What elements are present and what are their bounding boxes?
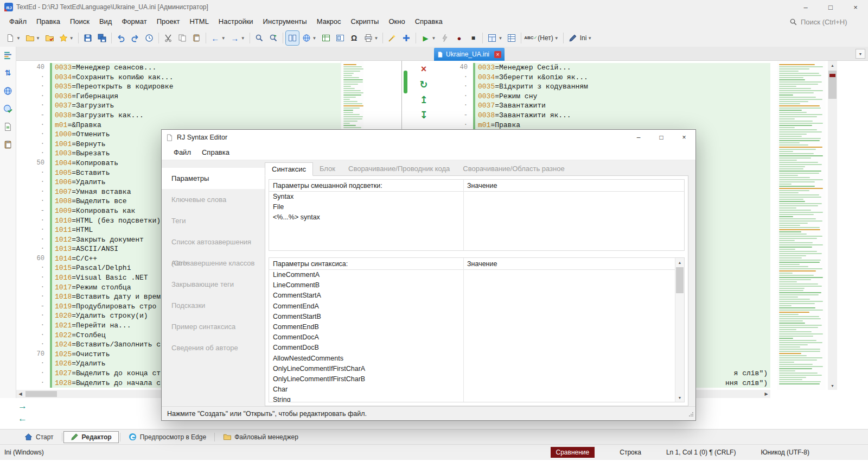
code-line[interactable]: ·0035=Відкрити з кодуванням bbox=[445, 82, 770, 92]
dialog-nav-item-4[interactable]: Автозавершение классов bbox=[162, 253, 265, 274]
next-difference-button[interactable]: ↧ bbox=[416, 108, 432, 122]
menu-item-7[interactable]: Настройки bbox=[214, 14, 258, 29]
table-scrollbar[interactable]: ▲ ▼ bbox=[675, 258, 684, 402]
compare-mode-badge[interactable]: Сравнение bbox=[551, 447, 595, 458]
navigate-forward-button[interactable]: →▼ bbox=[228, 31, 247, 45]
dialog-nav-item-6[interactable]: Подсказки bbox=[162, 295, 265, 316]
favorites-button[interactable]: ▼ bbox=[57, 31, 75, 45]
table-row[interactable]: CommentEndB bbox=[269, 322, 684, 332]
dialog-tab-0[interactable]: Синтаксис bbox=[265, 162, 313, 176]
resize-grip[interactable] bbox=[688, 411, 694, 419]
undo-button[interactable] bbox=[114, 31, 127, 45]
table-row[interactable]: <%...%> syntax bbox=[269, 212, 684, 223]
caret-position-indicator[interactable]: Ln 1, Col 1 (0) ¶ (CRLF) bbox=[666, 449, 736, 456]
menu-item-6[interactable]: HTML bbox=[184, 14, 213, 29]
organizer-icon[interactable] bbox=[3, 50, 13, 60]
row-mode-indicator[interactable]: Строка bbox=[620, 449, 641, 456]
compare-files-icon[interactable]: ⇅ bbox=[3, 68, 13, 78]
save-all-button[interactable] bbox=[95, 31, 108, 45]
frames-button[interactable] bbox=[320, 31, 333, 45]
wizard-button[interactable] bbox=[386, 31, 399, 45]
menu-item-8[interactable]: Инструменты bbox=[258, 14, 312, 29]
search-input[interactable] bbox=[801, 18, 860, 26]
dialog-tab-3[interactable]: Сворачивание/Область разное bbox=[456, 162, 571, 175]
dialog-nav-item-1[interactable]: Ключевые слова bbox=[162, 189, 265, 210]
table-row[interactable]: LineCommentA bbox=[269, 270, 684, 280]
save-button[interactable] bbox=[81, 31, 94, 45]
scroll-down-icon[interactable]: ▼ bbox=[675, 393, 684, 402]
dialog-nav-item-0[interactable]: Параметры bbox=[162, 168, 265, 189]
record-macro-button[interactable]: ● bbox=[452, 31, 465, 45]
menu-item-1[interactable]: Правка bbox=[31, 14, 65, 29]
copy-button[interactable] bbox=[176, 31, 189, 45]
dialog-maximize-button[interactable]: □ bbox=[650, 130, 673, 145]
add-tool-button[interactable] bbox=[400, 31, 413, 45]
table-row[interactable]: File bbox=[269, 202, 684, 212]
hscrollbar-thumb[interactable] bbox=[25, 391, 57, 397]
close-compare-button[interactable]: × bbox=[416, 62, 432, 76]
menu-item-10[interactable]: Скрипты bbox=[346, 14, 384, 29]
encoding-indicator[interactable]: Юникод (UTF-8) bbox=[761, 449, 809, 456]
table-row[interactable]: String bbox=[269, 395, 684, 402]
web-preview-icon[interactable] bbox=[3, 104, 13, 113]
table-row[interactable]: AllowNestedComments bbox=[269, 354, 684, 364]
special-characters-button[interactable]: Ω bbox=[348, 31, 361, 45]
file-tab[interactable]: Ukraine_UA.ini × bbox=[434, 48, 505, 61]
new-document-button[interactable]: ▼ bbox=[4, 31, 22, 45]
code-line[interactable]: ·m01=&Правка bbox=[16, 121, 341, 130]
dialog-minimize-button[interactable]: – bbox=[627, 130, 650, 145]
code-line[interactable]: ·0037=Загрузить bbox=[16, 101, 341, 111]
clipboard-icon[interactable] bbox=[3, 140, 13, 149]
paste-button[interactable] bbox=[190, 31, 203, 45]
tab-edge-preview[interactable]: Предпросмотр в Edge bbox=[122, 431, 213, 443]
browser-preview-button[interactable]: ▼ bbox=[300, 31, 318, 45]
table-row[interactable]: Char bbox=[269, 384, 684, 395]
snippets-icon[interactable] bbox=[3, 122, 13, 131]
table-row[interactable]: CommentDocA bbox=[269, 332, 684, 343]
search-replace-button[interactable] bbox=[267, 31, 280, 45]
dialog-menu-item-1[interactable]: Справка bbox=[196, 148, 235, 156]
refresh-compare-button[interactable]: ↻ bbox=[416, 78, 432, 91]
sync-scroll-button[interactable] bbox=[286, 31, 299, 45]
search-button[interactable] bbox=[253, 31, 266, 45]
open-file-button[interactable]: ▼ bbox=[23, 31, 42, 45]
menu-item-9[interactable]: Макрос bbox=[312, 14, 346, 29]
code-line[interactable]: ·m01=Правка bbox=[445, 121, 770, 130]
vertical-scrollbar[interactable]: ▲ ▼ bbox=[828, 61, 837, 390]
code-line[interactable]: ·0036=Гибернация bbox=[16, 92, 341, 102]
scroll-left-icon[interactable]: ◀ bbox=[16, 392, 24, 396]
code-line[interactable]: -0038=Загрузить как... bbox=[16, 111, 341, 121]
navigate-back-button[interactable]: ←▼ bbox=[209, 31, 227, 45]
capture-button[interactable] bbox=[334, 31, 347, 45]
redo-button[interactable] bbox=[129, 31, 142, 45]
code-line[interactable]: ·0034=Сохранить копи&ю как... bbox=[16, 73, 341, 83]
run-script-button[interactable] bbox=[438, 31, 451, 45]
menu-item-5[interactable]: Проект bbox=[152, 14, 185, 29]
table-row[interactable]: Syntax bbox=[269, 192, 684, 202]
menu-item-4[interactable]: Формат bbox=[117, 14, 151, 29]
tab-close-button[interactable]: × bbox=[494, 51, 501, 58]
table-row[interactable]: CommentEndA bbox=[269, 301, 684, 312]
scroll-up-icon[interactable]: ▲ bbox=[675, 258, 684, 267]
close-button[interactable]: × bbox=[843, 0, 868, 14]
table-row[interactable]: CommentDocB bbox=[269, 343, 684, 353]
code-line[interactable]: ·0036=Режим сну bbox=[445, 92, 770, 102]
next-difference-arrow[interactable]: → bbox=[18, 401, 29, 412]
dialog-titlebar[interactable]: RJ Syntax Editor – □ × bbox=[162, 130, 695, 145]
reopen-file-button[interactable] bbox=[43, 31, 56, 45]
table-row[interactable]: CommentStartA bbox=[269, 291, 684, 301]
print-button[interactable]: ▼ bbox=[362, 31, 380, 45]
table-row[interactable]: CommentStartB bbox=[269, 312, 684, 322]
layout-button[interactable]: ▼ bbox=[486, 31, 504, 45]
dialog-nav-item-8[interactable]: Сведения об авторе bbox=[162, 337, 265, 358]
table-row[interactable]: OnlyLineCommentIfFirstCharB bbox=[269, 374, 684, 384]
scroll-up-icon[interactable]: ▲ bbox=[828, 61, 837, 70]
stop-macro-button[interactable]: ■ bbox=[467, 31, 480, 45]
code-line[interactable]: 400033=Менеджер Сесій... bbox=[445, 63, 770, 73]
table-row[interactable]: LineCommentB bbox=[269, 280, 684, 291]
scroll-down-icon[interactable]: ▼ bbox=[828, 381, 837, 390]
syntax-mode-button[interactable]: Ini▼ bbox=[566, 31, 594, 45]
eol-format-indicator[interactable]: Ini (Windows) bbox=[4, 449, 44, 456]
previous-difference-button[interactable]: ↥ bbox=[416, 93, 432, 106]
titlebar[interactable]: RJ TextEd - D:\RJ TextEd\Language\Ukrain… bbox=[0, 0, 868, 14]
